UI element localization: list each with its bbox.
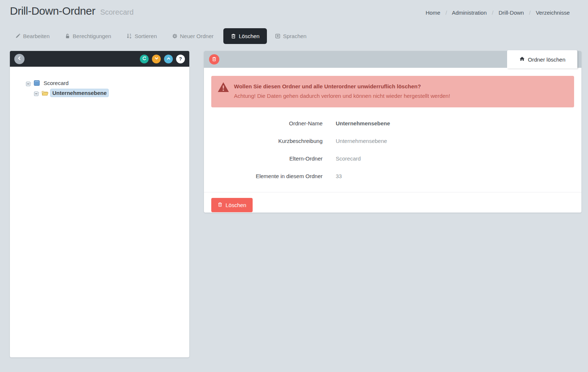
detail-panel-header: Ordner löschen xyxy=(204,51,581,68)
help-button[interactable]: ? xyxy=(176,55,185,63)
tab-label: Ordner löschen xyxy=(528,56,566,63)
sort-numeric-icon: 19 xyxy=(126,33,132,39)
permissions-button[interactable]: Berechtigungen xyxy=(65,33,111,39)
folder-tree: Scorecard Unternehmensebene xyxy=(10,67,189,98)
tree-connector xyxy=(38,93,41,93)
folder-info-form: Ordner-Name Unternehmensebene Kurzbeschr… xyxy=(211,115,574,185)
permissions-button-label: Berechtigungen xyxy=(73,33,111,39)
tree-node-label[interactable]: Scorecard xyxy=(42,79,70,87)
chevron-up-icon xyxy=(166,56,171,62)
language-icon xyxy=(275,33,280,39)
delete-warning-alert: Wollen Sie diesen Ordner und alle Untero… xyxy=(211,76,574,107)
expand-all-button[interactable] xyxy=(152,55,161,63)
page: Drill-Down-Ordner Scorecard Home / Admin… xyxy=(0,0,588,372)
detail-panel-body: Wollen Sie diesen Ordner und alle Untero… xyxy=(204,68,581,185)
edit-button-label: Bearbeiten xyxy=(23,33,50,39)
breadcrumb: Home / Administration / Drill-Down / Ver… xyxy=(425,10,570,16)
alert-texts: Wollen Sie diesen Ordner und alle Untero… xyxy=(234,82,450,101)
breadcrumb-drill-down[interactable]: Drill-Down xyxy=(499,10,524,16)
pencil-icon xyxy=(15,33,21,39)
folder-name-label: Ordner-Name xyxy=(211,120,323,126)
chevron-left-icon xyxy=(17,56,22,62)
form-row-short-description: Kurzbeschreibung Unternehmensebene xyxy=(211,132,574,150)
tree-connector xyxy=(30,83,33,83)
question-icon: ? xyxy=(179,56,182,62)
tree-panel-header: ? xyxy=(10,51,189,67)
sort-button-label: Sortieren xyxy=(135,33,157,39)
alert-message: Achtung! Die Daten gehen dadurch verlore… xyxy=(234,91,450,101)
page-header: Drill-Down-Ordner Scorecard xyxy=(10,5,134,17)
collapse-panel-button[interactable] xyxy=(14,54,25,64)
breadcrumb-verzeichnisse[interactable]: Verzeichnisse xyxy=(536,10,570,16)
warning-icon xyxy=(217,82,229,94)
languages-button[interactable]: Sprachen xyxy=(275,33,306,39)
short-description-label: Kurzbeschreibung xyxy=(211,138,323,144)
breadcrumb-separator: / xyxy=(446,10,447,16)
delete-folder-panel: Ordner löschen Wollen Sie diesen Ordner … xyxy=(204,51,581,213)
form-row-element-count: Elemente in diesem Ordner 33 xyxy=(211,167,574,185)
tree-node-unternehmensebene: Unternehmensebene xyxy=(34,88,186,98)
form-row-parent-folder: Eltern-Ordner Scorecard xyxy=(211,150,574,167)
form-row-folder-name: Ordner-Name Unternehmensebene xyxy=(211,115,574,132)
folder-name-value: Unternehmensebene xyxy=(336,120,390,126)
refresh-icon xyxy=(142,56,147,62)
tree-expander-icon[interactable] xyxy=(26,81,30,85)
svg-text:9: 9 xyxy=(130,36,131,39)
tree-panel: ? Scorecard xyxy=(10,51,189,357)
tab-ordner-loeschen[interactable]: Ordner löschen xyxy=(507,50,577,69)
trash-icon xyxy=(217,202,223,208)
new-folder-button-label: Neuer Ordner xyxy=(180,33,214,39)
parent-folder-label: Eltern-Ordner xyxy=(211,155,323,162)
toolbar: Bearbeiten Berechtigungen 19 Sortieren N… xyxy=(15,27,321,44)
cube-icon xyxy=(33,80,40,86)
breadcrumb-separator: / xyxy=(529,10,531,16)
lock-icon xyxy=(65,33,70,39)
detail-panel-footer: Löschen xyxy=(204,192,581,212)
home-icon xyxy=(519,56,525,63)
edit-button[interactable]: Bearbeiten xyxy=(15,33,50,39)
folder-open-icon xyxy=(41,89,49,96)
element-count-value: 33 xyxy=(336,173,342,179)
breadcrumb-administration[interactable]: Administration xyxy=(452,10,487,16)
alert-title: Wollen Sie diesen Ordner und alle Untero… xyxy=(234,82,450,91)
confirm-delete-button[interactable]: Löschen xyxy=(211,198,253,212)
languages-button-label: Sprachen xyxy=(283,33,306,39)
tree-node-scorecard: Scorecard xyxy=(26,78,186,88)
element-count-label: Elemente in diesem Ordner xyxy=(211,173,323,179)
sort-button[interactable]: 19 Sortieren xyxy=(126,33,157,39)
confirm-delete-button-label: Löschen xyxy=(226,202,246,208)
parent-folder-value: Scorecard xyxy=(336,155,361,162)
chevron-down-icon xyxy=(154,56,159,62)
collapse-all-button[interactable] xyxy=(164,55,173,63)
page-subtitle: Scorecard xyxy=(100,8,134,16)
gear-icon xyxy=(172,33,178,39)
breadcrumb-separator: / xyxy=(492,10,493,16)
delete-tab-button-label: Löschen xyxy=(239,33,260,39)
delete-action-button[interactable] xyxy=(209,54,219,65)
tree-expander-icon[interactable] xyxy=(34,91,38,95)
tree-node-label[interactable]: Unternehmensebene xyxy=(50,89,109,97)
page-title: Drill-Down-Ordner xyxy=(10,5,95,17)
trash-icon xyxy=(212,56,217,63)
refresh-tree-button[interactable] xyxy=(140,55,149,63)
new-folder-button[interactable]: Neuer Ordner xyxy=(172,33,214,39)
short-description-value: Unternehmensebene xyxy=(336,138,387,144)
breadcrumb-home[interactable]: Home xyxy=(425,10,440,16)
trash-icon xyxy=(231,33,236,39)
delete-tab-button[interactable]: Löschen xyxy=(223,28,267,44)
